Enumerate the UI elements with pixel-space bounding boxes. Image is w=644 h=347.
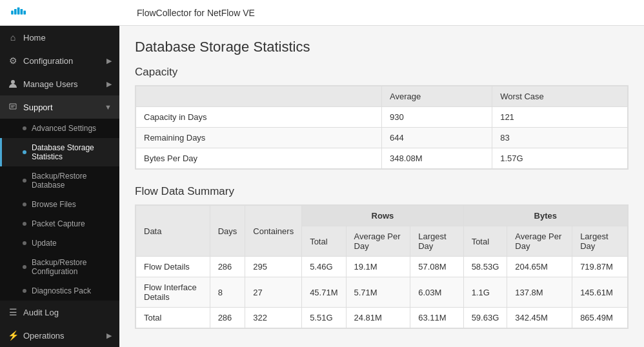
capacity-row-average: 644 <box>382 128 492 148</box>
capacity-row-worst: 83 <box>492 128 628 148</box>
flow-table-row: Total 286 322 5.51G 24.81M 63.11M 59.63G… <box>136 308 628 328</box>
flow-row-days: 286 <box>210 257 245 277</box>
svg-rect-4 <box>23 10 26 14</box>
capacity-table-row: Remaining Days 644 83 <box>136 128 628 148</box>
dot-icon <box>23 222 26 226</box>
flow-table: Data Days Containers Rows Bytes Total Av… <box>136 205 628 328</box>
page-title: Database Storage Statistics <box>135 39 629 55</box>
flow-col-data-header: Data <box>136 206 210 257</box>
subitem-label-advanced-settings: Advanced Settings <box>32 124 96 133</box>
flow-row-bytes-avg: 342.45M <box>507 308 572 328</box>
subitem-label-database-storage: Database Storage Statistics <box>32 143 112 161</box>
flow-col-bytes-avg: Average Per Day <box>507 226 572 257</box>
flow-col-rows-avg: Average Per Day <box>346 226 410 257</box>
flow-col-rows-header: Rows <box>302 206 463 226</box>
svg-rect-1 <box>14 9 17 14</box>
capacity-table-row: Bytes Per Day 348.08M 1.57G <box>136 148 628 169</box>
sidebar-subitem-diagnostics-pack[interactable]: Diagnostics Pack <box>0 281 119 301</box>
svg-rect-3 <box>21 9 23 14</box>
dot-icon <box>23 126 26 130</box>
flow-row-containers: 295 <box>245 257 302 277</box>
flow-row-rows-avg: 5.71M <box>346 277 410 308</box>
home-icon: ⌂ <box>8 32 18 43</box>
dot-icon <box>23 265 26 269</box>
flow-row-rows-avg: 24.81M <box>346 308 410 328</box>
sidebar-item-audit-log[interactable]: ☰ Audit Log <box>0 301 119 324</box>
capacity-col-empty <box>136 86 382 107</box>
flow-row-bytes-total: 59.63G <box>463 308 507 328</box>
subitem-label-browse-files: Browse Files <box>32 200 76 209</box>
sidebar-label-operations: Operations <box>23 331 65 341</box>
subitem-label-diagnostics-pack: Diagnostics Pack <box>32 286 91 295</box>
flow-row-data: Total <box>136 308 210 328</box>
dot-active-icon <box>23 150 26 154</box>
sidebar-subitem-packet-capture[interactable]: Packet Capture <box>0 214 119 233</box>
sidebar-label-manage-users: Manage Users <box>23 79 78 89</box>
capacity-row-average: 930 <box>382 107 492 128</box>
flow-table-container: Data Days Containers Rows Bytes Total Av… <box>135 204 629 329</box>
main-content: Database Storage Statistics Capacity Ave… <box>119 26 644 347</box>
dot-icon <box>23 241 26 245</box>
sidebar-label-audit-log: Audit Log <box>23 308 59 317</box>
flow-row-containers: 27 <box>245 277 302 308</box>
capacity-row-label: Bytes Per Day <box>136 148 382 169</box>
capacity-row-label: Capacity in Days <box>136 107 382 128</box>
sidebar-item-support[interactable]: Support ▼ <box>0 95 119 119</box>
configuration-expand-icon: ▶ <box>106 57 112 65</box>
flow-row-rows-total: 5.51G <box>302 308 346 328</box>
sidebar-subitem-backup-restore-config[interactable]: Backup/Restore Configuration <box>0 253 119 281</box>
flow-row-bytes-total: 58.53G <box>463 257 507 277</box>
flow-row-rows-avg: 19.1M <box>346 257 410 277</box>
svg-rect-0 <box>11 10 14 14</box>
sidebar-subitem-database-storage[interactable]: Database Storage Statistics <box>0 138 119 166</box>
svg-point-5 <box>11 80 15 84</box>
dot-icon <box>23 203 26 206</box>
flow-row-containers: 322 <box>245 308 302 328</box>
sidebar-item-home[interactable]: ⌂ Home <box>0 26 119 49</box>
flow-data-section-title: Flow Data Summary <box>135 185 629 198</box>
sidebar-subitem-update[interactable]: Update <box>0 233 119 253</box>
dot-icon <box>23 289 26 293</box>
configuration-icon: ⚙ <box>8 55 18 66</box>
capacity-row-average: 348.08M <box>382 148 492 169</box>
flow-row-rows-total: 5.46G <box>302 257 346 277</box>
flow-row-rows-largest: 57.08M <box>410 257 463 277</box>
capacity-row-worst: 1.57G <box>492 148 628 169</box>
flow-col-rows-total: Total <box>302 226 346 257</box>
dot-icon <box>23 179 26 183</box>
flow-row-bytes-avg: 137.8M <box>507 277 572 308</box>
flow-row-bytes-avg: 204.65M <box>507 257 572 277</box>
support-icon <box>8 102 18 112</box>
app-title: FlowCollector for NetFlow VE <box>137 8 255 18</box>
flow-row-rows-largest: 63.11M <box>410 308 463 328</box>
capacity-table-container: Average Worst Case Capacity in Days 930 … <box>135 85 629 170</box>
flow-col-bytes-header: Bytes <box>463 206 627 226</box>
flow-table-row: Flow Details 286 295 5.46G 19.1M 57.08M … <box>136 257 628 277</box>
sidebar-subitem-backup-restore-db[interactable]: Backup/Restore Database <box>0 166 119 195</box>
operations-icon: ⚡ <box>8 330 18 341</box>
sidebar-item-operations[interactable]: ⚡ Operations ▶ <box>0 324 119 347</box>
capacity-section-title: Capacity <box>135 66 629 79</box>
sidebar-label-home: Home <box>23 33 46 43</box>
subitem-label-packet-capture: Packet Capture <box>32 219 85 228</box>
subitem-label-update: Update <box>32 239 57 248</box>
flow-row-bytes-largest: 865.49M <box>572 308 628 328</box>
cisco-logo-icon <box>10 5 34 21</box>
flow-row-days: 8 <box>210 277 245 308</box>
flow-table-row: Flow Interface Details 8 27 45.71M 5.71M… <box>136 277 628 308</box>
flow-row-bytes-total: 1.1G <box>463 277 507 308</box>
operations-expand-icon: ▶ <box>106 332 112 340</box>
support-expand-icon: ▼ <box>105 103 112 111</box>
flow-col-days-header: Days <box>210 206 245 257</box>
capacity-table: Average Worst Case Capacity in Days 930 … <box>136 86 628 169</box>
sidebar-item-manage-users[interactable]: Manage Users ▶ <box>0 72 119 95</box>
sidebar-item-configuration[interactable]: ⚙ Configuration ▶ <box>0 49 119 72</box>
flow-row-days: 286 <box>210 308 245 328</box>
sidebar-subitem-advanced-settings[interactable]: Advanced Settings <box>0 119 119 138</box>
manage-users-expand-icon: ▶ <box>106 80 112 88</box>
flow-row-bytes-largest: 145.61M <box>572 277 628 308</box>
sidebar-subitem-browse-files[interactable]: Browse Files <box>0 195 119 214</box>
logo <box>10 5 34 21</box>
sidebar-label-support: Support <box>23 103 53 112</box>
capacity-row-label: Remaining Days <box>136 128 382 148</box>
